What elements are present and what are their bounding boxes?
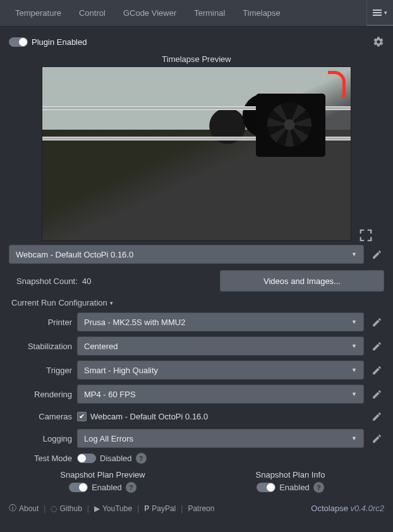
cameras-label: Cameras (9, 412, 72, 421)
videos-images-button[interactable]: Videos and Images... (220, 270, 384, 292)
about-link[interactable]: ⓘAbout (9, 503, 39, 514)
printer-select-value: Prusa - MK2.5S with MMU2 (84, 318, 185, 327)
snapshot-count-label: Snapshot Count: (16, 276, 78, 286)
tabs: Temperature Control GCode Viewer Termina… (0, 0, 366, 26)
cameras-checkbox[interactable]: ✔ (77, 412, 87, 421)
caret-down-icon: ▼ (351, 435, 357, 442)
caret-down-icon: ▼ (351, 251, 357, 257)
webcam-select-value: Webcam - Default OctoPi 0.16.0 (16, 250, 133, 259)
run-config-header[interactable]: Current Run Configuration ▾ (9, 298, 384, 307)
tab-timelapse[interactable]: Timelapse (234, 0, 289, 26)
webcam-preview (42, 66, 351, 241)
run-config-title: Current Run Configuration (11, 298, 107, 307)
github-label: Github (59, 504, 82, 513)
paypal-label: PayPal (152, 504, 176, 513)
snapshot-plan-preview-section: Snapshot Plan Preview Enabled ? (27, 470, 179, 493)
version: v0.4.0rc2 (351, 504, 384, 513)
cameras-value: Webcam - Default OctoPi 0.16.0 (90, 412, 208, 421)
plugin-enabled-label: Plugin Enabled (32, 37, 87, 47)
caret-down-icon: ▼ (351, 319, 357, 325)
caret-down-icon: ▼ (351, 391, 357, 397)
edit-rendering-button[interactable] (369, 387, 384, 402)
logging-select[interactable]: Log All Errors ▼ (77, 429, 364, 448)
youtube-icon: ▶ (94, 504, 100, 513)
youtube-link[interactable]: ▶YouTube (94, 504, 132, 513)
rendering-select[interactable]: MP4 - 60 FPS ▼ (77, 385, 364, 404)
preview-section: Timelapse Preview (42, 53, 351, 241)
edit-stabilization-button[interactable] (369, 338, 384, 354)
caret-down-icon: ▼ (351, 343, 357, 349)
github-link[interactable]: ◌Github (51, 504, 82, 513)
caret-down-icon: ▾ (110, 300, 113, 306)
edit-webcam-button[interactable] (369, 247, 384, 262)
printer-label: Printer (9, 318, 72, 327)
brand: Octolapse v0.4.0rc2 (311, 504, 384, 513)
patreon-label: Patreon (188, 504, 214, 513)
tab-control[interactable]: Control (70, 0, 114, 26)
info-icon: ⓘ (9, 503, 16, 514)
about-label: About (19, 504, 39, 513)
logging-select-value: Log All Errors (84, 434, 133, 443)
webcam-select[interactable]: Webcam - Default OctoPi 0.16.0 ▼ (9, 245, 364, 264)
plugin-enabled-toggle[interactable] (9, 37, 28, 47)
snapshot-count: Snapshot Count: 40 (9, 276, 214, 286)
edit-trigger-button[interactable] (369, 362, 384, 378)
expand-icon[interactable] (359, 228, 374, 242)
help-icon[interactable]: ? (313, 482, 324, 493)
test-mode-label: Test Mode (9, 454, 72, 463)
trigger-select[interactable]: Smart - High Quality ▼ (77, 361, 364, 380)
edit-printer-button[interactable] (369, 314, 384, 330)
stabilization-label: Stabilization (9, 342, 72, 351)
caret-down-icon: ▾ (384, 9, 387, 16)
printer-select[interactable]: Prusa - MK2.5S with MMU2 ▼ (77, 312, 364, 331)
footer: ⓘAbout | ◌Github | ▶YouTube | PPayPal | … (0, 497, 393, 520)
snapshot-plan-info-section: Snapshot Plan Info Enabled ? (215, 470, 366, 493)
snapshot-plan-info-title: Snapshot Plan Info (215, 470, 366, 479)
patreon-link[interactable]: Patreon (188, 504, 214, 513)
plugin-enabled-row: Plugin Enabled (9, 37, 87, 47)
paypal-link[interactable]: PPayPal (144, 504, 176, 513)
snapshot-plan-info-toggle[interactable] (257, 483, 275, 492)
stabilization-select-value: Centered (84, 342, 118, 351)
trigger-label: Trigger (9, 366, 72, 375)
gear-icon[interactable] (373, 36, 384, 47)
rendering-select-value: MP4 - 60 FPS (84, 390, 136, 399)
caret-down-icon: ▼ (351, 367, 357, 373)
test-mode-toggle[interactable] (77, 454, 96, 463)
edit-logging-button[interactable] (369, 431, 384, 446)
snapshot-plan-preview-title: Snapshot Plan Preview (27, 470, 179, 479)
youtube-label: YouTube (102, 504, 132, 513)
github-icon: ◌ (51, 504, 57, 513)
tab-terminal[interactable]: Terminal (185, 0, 234, 26)
paypal-icon: P (144, 504, 149, 513)
snapshot-count-value: 40 (82, 276, 91, 286)
test-mode-value: Disabled (100, 454, 132, 463)
rendering-label: Rendering (9, 390, 72, 399)
config-form: Printer Prusa - MK2.5S with MMU2 ▼ Stabi… (9, 312, 384, 493)
hamburger-icon (373, 8, 382, 17)
logging-label: Logging (9, 434, 72, 443)
snapshot-plan-preview-toggle[interactable] (69, 483, 88, 492)
tab-bar: Temperature Control GCode Viewer Termina… (0, 0, 393, 27)
tab-temperature[interactable]: Temperature (6, 0, 70, 26)
preview-title: Timelapse Preview (42, 53, 351, 66)
help-icon[interactable]: ? (136, 453, 147, 464)
trigger-select-value: Smart - High Quality (84, 366, 158, 375)
tab-gcode-viewer[interactable]: GCode Viewer (114, 0, 185, 26)
overflow-menu-button[interactable]: ▾ (366, 0, 393, 26)
snapshot-plan-info-state: Enabled (279, 483, 310, 492)
edit-cameras-button[interactable] (369, 409, 384, 424)
plugin-panel: Plugin Enabled Timelapse Preview Webcam … (0, 27, 393, 497)
stabilization-select[interactable]: Centered ▼ (77, 337, 364, 356)
brand-name: Octolapse (311, 504, 348, 513)
snapshot-plan-preview-state: Enabled (92, 483, 122, 492)
help-icon[interactable]: ? (126, 482, 136, 493)
